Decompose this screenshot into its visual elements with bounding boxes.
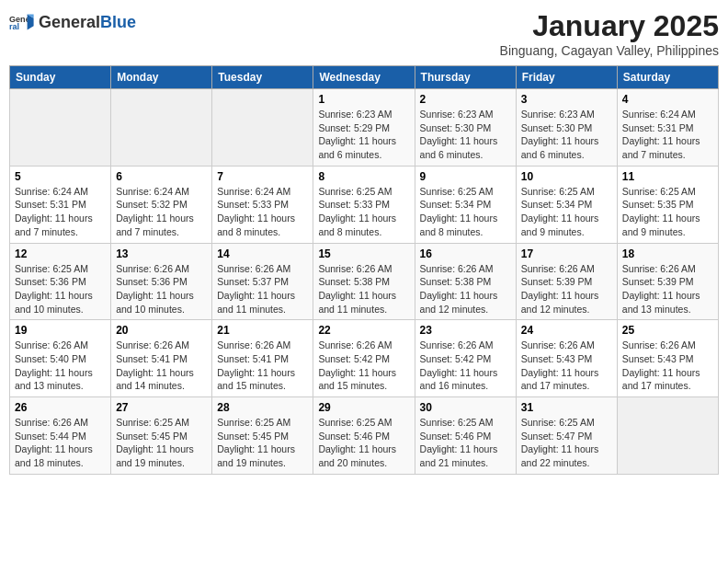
table-row: 28Sunrise: 6:25 AMSunset: 5:45 PMDayligh… — [212, 397, 313, 475]
header-sunday: Sunday — [10, 66, 111, 89]
table-row: 15Sunrise: 6:26 AMSunset: 5:38 PMDayligh… — [313, 243, 415, 320]
table-row: 3Sunrise: 6:23 AMSunset: 5:30 PMDaylight… — [516, 89, 617, 167]
day-info: Sunrise: 6:25 AMSunset: 5:45 PMDaylight:… — [116, 416, 207, 470]
day-info: Sunrise: 6:25 AMSunset: 5:46 PMDaylight:… — [420, 416, 511, 470]
day-number: 16 — [420, 247, 511, 260]
day-info: Sunrise: 6:23 AMSunset: 5:30 PMDaylight:… — [420, 108, 511, 162]
day-info: Sunrise: 6:24 AMSunset: 5:31 PMDaylight:… — [15, 185, 106, 239]
day-number: 11 — [622, 170, 713, 183]
table-row: 11Sunrise: 6:25 AMSunset: 5:35 PMDayligh… — [617, 166, 718, 243]
day-number: 13 — [116, 247, 207, 260]
day-info: Sunrise: 6:26 AMSunset: 5:41 PMDaylight:… — [217, 339, 308, 393]
day-info: Sunrise: 6:26 AMSunset: 5:43 PMDaylight:… — [521, 339, 612, 393]
table-row: 26Sunrise: 6:26 AMSunset: 5:44 PMDayligh… — [10, 397, 111, 475]
day-number: 1 — [318, 93, 409, 106]
table-row: 25Sunrise: 6:26 AMSunset: 5:43 PMDayligh… — [617, 320, 718, 397]
table-row: 17Sunrise: 6:26 AMSunset: 5:39 PMDayligh… — [516, 243, 617, 320]
location: Binguang, Cagayan Valley, Philippines — [500, 43, 719, 58]
calendar-header-row: Sunday Monday Tuesday Wednesday Thursday… — [10, 66, 719, 89]
table-row: 2Sunrise: 6:23 AMSunset: 5:30 PMDaylight… — [415, 89, 516, 167]
table-row: 7Sunrise: 6:24 AMSunset: 5:33 PMDaylight… — [212, 166, 313, 243]
month-year: January 2025 — [500, 9, 719, 43]
day-number: 20 — [116, 324, 207, 337]
table-row: 9Sunrise: 6:25 AMSunset: 5:34 PMDaylight… — [415, 166, 516, 243]
day-number: 4 — [622, 93, 713, 106]
header-saturday: Saturday — [617, 66, 718, 89]
day-info: Sunrise: 6:26 AMSunset: 5:36 PMDaylight:… — [116, 262, 207, 316]
day-number: 24 — [521, 324, 612, 337]
table-row: 16Sunrise: 6:26 AMSunset: 5:38 PMDayligh… — [415, 243, 516, 320]
table-row: 24Sunrise: 6:26 AMSunset: 5:43 PMDayligh… — [516, 320, 617, 397]
table-row: 31Sunrise: 6:25 AMSunset: 5:47 PMDayligh… — [516, 397, 617, 475]
calendar-week-row: 1Sunrise: 6:23 AMSunset: 5:29 PMDaylight… — [10, 89, 719, 167]
day-info: Sunrise: 6:25 AMSunset: 5:47 PMDaylight:… — [521, 416, 612, 470]
day-number: 27 — [116, 401, 207, 414]
day-number: 3 — [521, 93, 612, 106]
calendar-week-row: 26Sunrise: 6:26 AMSunset: 5:44 PMDayligh… — [10, 397, 719, 475]
day-info: Sunrise: 6:24 AMSunset: 5:32 PMDaylight:… — [116, 185, 207, 239]
table-row: 30Sunrise: 6:25 AMSunset: 5:46 PMDayligh… — [415, 397, 516, 475]
day-info: Sunrise: 6:26 AMSunset: 5:44 PMDaylight:… — [15, 416, 106, 470]
day-info: Sunrise: 6:25 AMSunset: 5:45 PMDaylight:… — [217, 416, 308, 470]
day-info: Sunrise: 6:26 AMSunset: 5:43 PMDaylight:… — [622, 339, 713, 393]
day-info: Sunrise: 6:25 AMSunset: 5:34 PMDaylight:… — [420, 185, 511, 239]
day-number: 8 — [318, 170, 409, 183]
day-info: Sunrise: 6:25 AMSunset: 5:34 PMDaylight:… — [521, 185, 612, 239]
day-info: Sunrise: 6:26 AMSunset: 5:38 PMDaylight:… — [420, 262, 511, 316]
day-number: 26 — [15, 401, 106, 414]
day-number: 12 — [15, 247, 106, 260]
day-number: 31 — [521, 401, 612, 414]
day-info: Sunrise: 6:25 AMSunset: 5:46 PMDaylight:… — [318, 416, 409, 470]
table-row — [617, 397, 718, 475]
svg-text:ral: ral — [9, 22, 19, 31]
day-info: Sunrise: 6:25 AMSunset: 5:36 PMDaylight:… — [15, 262, 106, 316]
logo-general: General — [39, 13, 100, 31]
calendar-week-row: 12Sunrise: 6:25 AMSunset: 5:36 PMDayligh… — [10, 243, 719, 320]
day-number: 14 — [217, 247, 308, 260]
day-number: 19 — [15, 324, 106, 337]
table-row: 6Sunrise: 6:24 AMSunset: 5:32 PMDaylight… — [111, 166, 212, 243]
day-info: Sunrise: 6:26 AMSunset: 5:40 PMDaylight:… — [15, 339, 106, 393]
table-row: 21Sunrise: 6:26 AMSunset: 5:41 PMDayligh… — [212, 320, 313, 397]
title-block: January 2025 Binguang, Cagayan Valley, P… — [500, 9, 719, 58]
day-number: 17 — [521, 247, 612, 260]
table-row: 23Sunrise: 6:26 AMSunset: 5:42 PMDayligh… — [415, 320, 516, 397]
header-wednesday: Wednesday — [313, 66, 415, 89]
table-row: 29Sunrise: 6:25 AMSunset: 5:46 PMDayligh… — [313, 397, 415, 475]
table-row: 22Sunrise: 6:26 AMSunset: 5:42 PMDayligh… — [313, 320, 415, 397]
table-row: 13Sunrise: 6:26 AMSunset: 5:36 PMDayligh… — [111, 243, 212, 320]
day-info: Sunrise: 6:26 AMSunset: 5:42 PMDaylight:… — [420, 339, 511, 393]
day-info: Sunrise: 6:25 AMSunset: 5:33 PMDaylight:… — [318, 185, 409, 239]
table-row: 12Sunrise: 6:25 AMSunset: 5:36 PMDayligh… — [10, 243, 111, 320]
table-row — [10, 89, 111, 167]
day-info: Sunrise: 6:23 AMSunset: 5:30 PMDaylight:… — [521, 108, 612, 162]
day-number: 30 — [420, 401, 511, 414]
day-info: Sunrise: 6:26 AMSunset: 5:38 PMDaylight:… — [318, 262, 409, 316]
table-row: 19Sunrise: 6:26 AMSunset: 5:40 PMDayligh… — [10, 320, 111, 397]
day-number: 10 — [521, 170, 612, 183]
day-number: 21 — [217, 324, 308, 337]
day-info: Sunrise: 6:24 AMSunset: 5:33 PMDaylight:… — [217, 185, 308, 239]
day-info: Sunrise: 6:25 AMSunset: 5:35 PMDaylight:… — [622, 185, 713, 239]
table-row — [212, 89, 313, 167]
table-row: 4Sunrise: 6:24 AMSunset: 5:31 PMDaylight… — [617, 89, 718, 167]
day-info: Sunrise: 6:23 AMSunset: 5:29 PMDaylight:… — [318, 108, 409, 162]
day-info: Sunrise: 6:26 AMSunset: 5:37 PMDaylight:… — [217, 262, 308, 316]
calendar-table: Sunday Monday Tuesday Wednesday Thursday… — [9, 65, 719, 475]
table-row: 8Sunrise: 6:25 AMSunset: 5:33 PMDaylight… — [313, 166, 415, 243]
day-number: 9 — [420, 170, 511, 183]
table-row — [111, 89, 212, 167]
day-number: 18 — [622, 247, 713, 260]
day-info: Sunrise: 6:26 AMSunset: 5:42 PMDaylight:… — [318, 339, 409, 393]
day-number: 7 — [217, 170, 308, 183]
day-info: Sunrise: 6:24 AMSunset: 5:31 PMDaylight:… — [622, 108, 713, 162]
logo: Gene ral GeneralBlue — [9, 9, 136, 35]
day-number: 2 — [420, 93, 511, 106]
table-row: 10Sunrise: 6:25 AMSunset: 5:34 PMDayligh… — [516, 166, 617, 243]
header-monday: Monday — [111, 66, 212, 89]
day-number: 5 — [15, 170, 106, 183]
table-row: 20Sunrise: 6:26 AMSunset: 5:41 PMDayligh… — [111, 320, 212, 397]
day-number: 28 — [217, 401, 308, 414]
day-info: Sunrise: 6:26 AMSunset: 5:41 PMDaylight:… — [116, 339, 207, 393]
day-number: 15 — [318, 247, 409, 260]
